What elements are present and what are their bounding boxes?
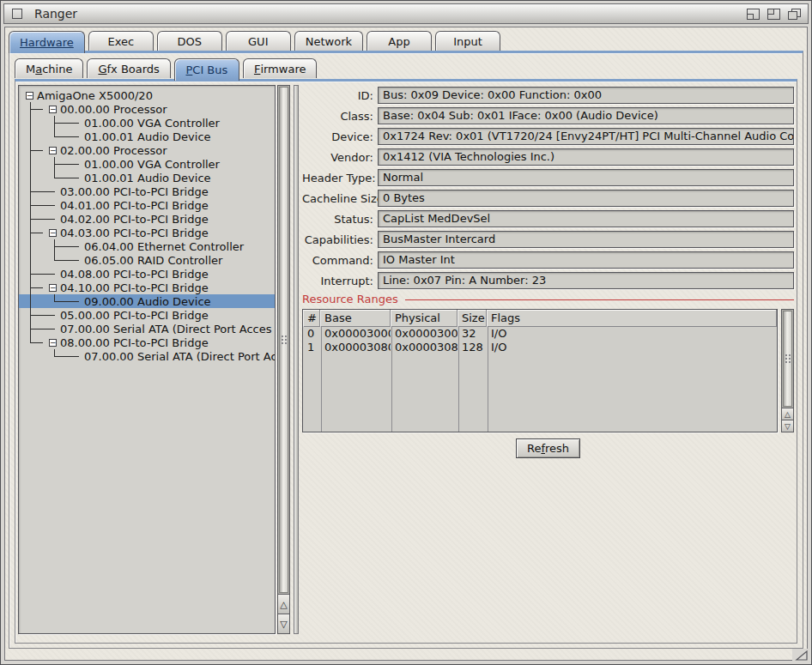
tree-branch-line xyxy=(19,184,43,198)
table-scrollbar-thumb[interactable] xyxy=(783,311,792,407)
tree-guide xyxy=(19,349,43,363)
tab-network[interactable]: Network xyxy=(294,31,363,51)
tree-item[interactable]: 01.00.01 Audio Device xyxy=(19,171,275,184)
collapse-icon[interactable]: − xyxy=(49,284,57,292)
tree-item[interactable]: 09.00.00 Audio Device xyxy=(19,294,275,308)
tree-item-label: 04.10.00 PCI-to-PCI Bridge xyxy=(60,281,209,294)
field-label: Class: xyxy=(302,110,378,123)
tree-branch-extension xyxy=(43,198,57,212)
tree-item-label: 06.05.00 RAID Controller xyxy=(84,254,222,267)
tree-item[interactable]: 01.00.01 Audio Device xyxy=(19,130,275,143)
tree-item-label: 04.01.00 PCI-to-PCI Bridge xyxy=(60,199,209,212)
table-cell: 128 xyxy=(458,341,487,354)
tree-item[interactable]: −04.03.00 PCI-to-PCI Bridge xyxy=(19,226,275,239)
subtab-pci-bus[interactable]: PCI Bus xyxy=(174,58,239,81)
tree-item[interactable]: 01.00.00 VGA Controller xyxy=(19,157,275,171)
resize-icon[interactable] xyxy=(792,649,809,662)
subtab-firmware[interactable]: Firmware xyxy=(243,58,318,78)
tree-item-label: 04.02.00 PCI-to-PCI Bridge xyxy=(60,213,209,226)
tab-app[interactable]: App xyxy=(367,31,432,51)
tree-branch-line xyxy=(19,143,43,157)
tree-item-label: 04.03.00 PCI-to-PCI Bridge xyxy=(60,227,209,239)
field-label: Command: xyxy=(302,254,378,267)
tree-branch-extension xyxy=(67,239,81,253)
collapse-icon[interactable]: − xyxy=(49,229,57,237)
zoom-icon[interactable] xyxy=(767,8,781,21)
tree-scroll-up-button[interactable]: △ xyxy=(278,594,289,614)
collapse-icon[interactable]: − xyxy=(49,147,57,154)
depth-icon[interactable] xyxy=(787,8,802,21)
table-row[interactable]: 10x000030800x00003081128I/O xyxy=(303,341,777,354)
titlebar[interactable]: Ranger xyxy=(3,3,809,24)
field-value: 0x1412 (VIA Technologies Inc.) xyxy=(378,148,794,166)
resource-ranges-table[interactable]: #BasePhysicalSizeFlags 00x000030000x0000… xyxy=(302,309,778,432)
collapse-icon[interactable]: − xyxy=(49,339,57,347)
subtab-gfx-boards[interactable]: Gfx Boards xyxy=(87,58,170,78)
tree-item[interactable]: 04.08.00 PCI-to-PCI Bridge xyxy=(19,267,275,281)
tree-branch-line xyxy=(19,308,43,322)
collapse-icon[interactable]: − xyxy=(26,92,33,100)
tree-item-label: 07.00.00 Serial ATA (Direct Port Ac xyxy=(84,350,276,363)
tree-item[interactable]: 07.00.00 Serial ATA (Direct Port Ac xyxy=(19,349,275,363)
tree-item[interactable]: 05.00.00 PCI-to-PCI Bridge xyxy=(19,308,275,322)
table-cell: I/O xyxy=(487,341,777,354)
field-row: Command:IO Master Int xyxy=(302,250,794,270)
tree-item[interactable]: −AmigaOne X5000/20 xyxy=(19,88,275,102)
tree-item[interactable]: 04.02.00 PCI-to-PCI Bridge xyxy=(19,212,275,226)
collapse-icon[interactable]: − xyxy=(49,106,57,113)
tree-branch-extension xyxy=(43,322,57,336)
table-row[interactable]: 00x000030000x0000300132I/O xyxy=(303,327,777,341)
window-content: HardwareExecDOSGUINetworkAppInput Machin… xyxy=(4,27,808,661)
table-column-header: Flags xyxy=(487,310,777,327)
pci-device-tree[interactable]: −AmigaOne X5000/20−00.00.00 Processor01.… xyxy=(18,85,276,634)
table-cell: 1 xyxy=(303,341,320,354)
tree-branch-line xyxy=(43,239,67,253)
tree-scroll-down-button[interactable]: ▽ xyxy=(278,614,289,633)
tree-item[interactable]: 04.01.00 PCI-to-PCI Bridge xyxy=(19,198,275,212)
tree-guide xyxy=(19,157,43,171)
tree-item[interactable]: 01.00.00 VGA Controller xyxy=(19,116,275,130)
tab-hardware[interactable]: Hardware xyxy=(9,31,85,53)
field-label: Header Type: xyxy=(302,172,378,184)
tab-dos[interactable]: DOS xyxy=(157,31,222,51)
scroll-up-icon: △ xyxy=(280,599,287,610)
tree-item[interactable]: 07.00.00 Serial ATA (Direct Port Acces xyxy=(19,322,275,336)
tree-scrollbar-thumb[interactable] xyxy=(279,87,288,593)
tree-branch-line xyxy=(43,294,67,308)
table-cell: 0x00003001 xyxy=(391,327,458,341)
tab-exec[interactable]: Exec xyxy=(88,31,154,51)
tree-item[interactable]: 06.05.00 RAID Controller xyxy=(19,253,275,267)
tree-branch-extension xyxy=(43,308,57,322)
tree-item[interactable]: 03.00.00 PCI-to-PCI Bridge xyxy=(19,184,275,198)
tree-item[interactable]: −02.00.00 Processor xyxy=(19,143,275,157)
subtab-machine[interactable]: Machine xyxy=(15,58,83,78)
tree-item[interactable]: −08.00.00 PCI-to-PCI Bridge xyxy=(19,336,275,349)
tab-input[interactable]: Input xyxy=(435,31,500,51)
tree-branch-line xyxy=(19,281,43,294)
tree-item-label: 08.00.00 PCI-to-PCI Bridge xyxy=(60,336,209,349)
refresh-button[interactable]: Refresh xyxy=(516,438,580,458)
table-cell: 0 xyxy=(303,327,320,341)
table-scroll-down-button[interactable]: ▽ xyxy=(782,420,793,432)
ranger-window: Ranger HardwareExecDOSGUINetworkAppInput… xyxy=(0,0,812,665)
tab-gui[interactable]: GUI xyxy=(226,31,291,51)
tree-item[interactable]: 06.04.00 Ethernet Controller xyxy=(19,239,275,253)
close-icon[interactable] xyxy=(12,9,22,19)
table-cell: 0x00003000 xyxy=(320,327,391,341)
tree-branch-line xyxy=(43,171,67,184)
panel-splitter[interactable] xyxy=(294,85,299,634)
field-value: Bus: 0x09 Device: 0x00 Function: 0x00 xyxy=(378,87,794,104)
tree-item[interactable]: −04.10.00 PCI-to-PCI Bridge xyxy=(19,281,275,294)
tree-scrollbar[interactable]: △ ▽ xyxy=(277,85,290,634)
resource-ranges-table-wrap: #BasePhysicalSizeFlags 00x000030000x0000… xyxy=(302,309,794,432)
tree-branch-extension xyxy=(67,157,81,171)
tree-branch-line xyxy=(43,130,67,143)
table-scrollbar[interactable]: △ ▽ xyxy=(781,309,794,432)
iconify-icon[interactable] xyxy=(746,8,760,21)
field-row: Capabilities:BusMaster Intercard xyxy=(302,229,794,250)
tree-item[interactable]: −00.00.00 Processor xyxy=(19,102,275,116)
tree-item-label: 07.00.00 Serial ATA (Direct Port Acces xyxy=(60,323,272,336)
field-value: CapList MedDevSel xyxy=(378,210,794,227)
field-label: ID: xyxy=(302,89,378,102)
table-scroll-up-button[interactable]: △ xyxy=(782,408,793,420)
